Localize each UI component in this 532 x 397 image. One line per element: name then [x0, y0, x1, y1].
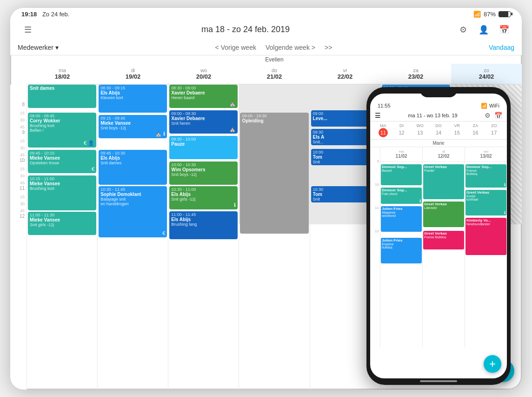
day-header-ma: ma 18/02	[27, 64, 98, 84]
phone-fab-button[interactable]: +	[484, 355, 501, 373]
week-col-di: DI 12	[392, 123, 411, 137]
week-strip: MA 11 DI 12 WO 13 DO 14 VR 15	[370, 121, 507, 140]
prev-week-button[interactable]: < Vorige week	[213, 43, 259, 52]
medewerker-dropdown[interactable]: Medewerker ▾	[18, 44, 59, 51]
week-col-za: ZA 16	[466, 123, 485, 137]
event-ma2[interactable]: 09:00 - 09:45 Corry Wokker Brushing kort…	[28, 113, 96, 148]
phone-event-wo1[interactable]: Demoor Sop... Franse Bulldog ℹ	[466, 164, 506, 188]
battery-icon	[499, 11, 511, 17]
day-body-do: 09:00 - 19:30 Opleiding	[239, 85, 309, 224]
day-headers-row: Evelien ma 18/02 di 19/02 wo 20/02 do 21…	[27, 55, 522, 85]
day-header-wo: wo 20/02	[168, 64, 239, 84]
phone-menu-icon[interactable]: ☰	[375, 112, 381, 119]
day-col-do: 09:00 - 19:30 Opleiding	[239, 85, 310, 390]
time-slot-9: 9 15 30 45	[10, 133, 27, 161]
phone-event-ma1[interactable]: Demoor Sop... Basset	[381, 164, 422, 185]
event-wo5[interactable]: 10:30 - 11:00 Els Abijs Snit girls -12j …	[169, 186, 238, 209]
week-num-11[interactable]: 11	[379, 128, 388, 137]
phone-gear-icon[interactable]: ⚙	[485, 112, 491, 119]
settings-icon[interactable]: ⚙	[457, 23, 470, 36]
battery-percent: 87%	[484, 11, 496, 18]
status-bar: 19:18 Zo 24 feb. 📶 87%	[10, 8, 522, 20]
time-slot-8: 8 15 30 45	[10, 105, 27, 133]
event-di4[interactable]: 10:30 - 11:45 Sophie Demoklant Balayage …	[99, 186, 167, 237]
status-time: 19:18	[21, 11, 37, 18]
status-right: 📶 87%	[473, 11, 511, 18]
event-di2[interactable]: 09:15 - 09:45 Mieke Vansee Snit boys -12…	[99, 115, 167, 138]
phone-home-bar	[420, 380, 457, 382]
day-header-di: di 19/02	[98, 64, 168, 84]
time-slot-10: 10 15 30 45	[10, 161, 27, 189]
phone-day-hdr-wo: wo 13/02	[465, 147, 507, 162]
event-ma4[interactable]: 10:15 - 11:00 Mieke Vansee Brushing kort	[28, 175, 96, 210]
day-body-ma: Snit dames 09:00 - 09:45 Corry Wokker Br…	[27, 85, 97, 224]
week-col-vr: VR 15	[448, 123, 466, 137]
phone-slot-11: 11	[370, 209, 380, 232]
skip-forward-button[interactable]: >>	[322, 43, 335, 52]
phone-slot-10: 10	[370, 185, 380, 209]
phone-days: ma 11/02 Demoor Sop... Basset Demoor Sop…	[380, 147, 507, 347]
week-num-15[interactable]: 15	[452, 128, 462, 137]
phone-day-wo: wo 13/02 Demoor Sop... Franse Bulldog ℹ	[465, 147, 507, 347]
phone-body-ma: Demoor Sop... Basset Demoor Sop... Foto …	[380, 162, 422, 347]
next-week-button[interactable]: Volgende week >	[263, 43, 318, 52]
phone-day-ma: ma 11/02 Demoor Sop... Basset Demoor Sop…	[380, 147, 423, 347]
day-header-do: do 21/02	[239, 64, 310, 84]
day-body-wo: 08:30 - 09:00 Xavier Debaere Heren baard…	[168, 85, 239, 224]
phone-event-di2[interactable]: Greet Verkas Labrador	[423, 202, 464, 227]
wifi-icon: 📶	[473, 11, 481, 18]
phone-day-hdr-ma: ma 11/02	[380, 147, 422, 162]
event-wo3[interactable]: 09:30 - 10:00 Pauze	[169, 136, 238, 159]
event-do1[interactable]: 09:00 - 19:30 Opleiding	[240, 113, 308, 234]
menu-button[interactable]: ☰	[21, 23, 34, 36]
day-col-di: 08:30 - 09:15 Els Abijs Kleuren kort 09:…	[98, 85, 168, 390]
phone-notch	[420, 87, 457, 97]
calendar-icon[interactable]: 📅	[498, 23, 511, 36]
person-icon[interactable]: 👤	[477, 23, 490, 36]
phone-slot-9: 9	[370, 162, 380, 185]
event-di1[interactable]: 08:30 - 09:15 Els Abijs Kleuren kort	[99, 85, 167, 113]
event-ma3[interactable]: 09:45 - 10:15 Mieke Vansee Opsteken trou…	[28, 150, 96, 173]
day-headers: ma 18/02 di 19/02 wo 20/02 do 21/02 vr	[27, 64, 522, 84]
phone-event-ma4[interactable]: Jolien Fries Engelse bulldog	[381, 238, 422, 263]
week-col-do: DO 14	[429, 123, 448, 137]
header-icons: ⚙ 👤 📅	[457, 23, 511, 36]
event-wo6[interactable]: 11:00 - 11:45 Els Abijs Brushing lang	[169, 211, 238, 239]
phone-day-di: di 12/02 Greet Verkas Poedel Greet Verka…	[423, 147, 465, 347]
day-col-wo: 08:30 - 09:00 Xavier Debaere Heren baard…	[168, 85, 239, 390]
week-num-14[interactable]: 14	[434, 128, 443, 137]
header-title: ma 18 - zo 24 feb. 2019	[34, 25, 457, 34]
phone-time-col: 9 10 11 12	[370, 147, 380, 347]
phone-body-di: Greet Verkas Poedel Greet Verkas Labrado…	[423, 162, 465, 347]
phone-cal-icon[interactable]: 📅	[494, 112, 502, 119]
ipad-frame: 19:18 Zo 24 feb. 📶 87% ☰ ma 18 - zo 24 f…	[10, 8, 522, 390]
event-wo1[interactable]: 08:30 - 09:00 Xavier Debaere Heren baard…	[169, 85, 238, 108]
phone-event-di1[interactable]: Greet Verkas Poedel	[423, 164, 464, 199]
event-wo2[interactable]: 09:00 - 09:30 Xavier Debaere Snit heren …	[169, 110, 238, 134]
week-nav: < Vorige week Volgende week > >>	[213, 43, 335, 52]
nav-bar: Medewerker ▾ < Vorige week Volgende week…	[10, 40, 522, 55]
event-ma1[interactable]: Snit dames	[28, 85, 96, 108]
evelien-label: Evelien	[27, 55, 522, 64]
phone-overlay: 11:55 📶 WiFi ☰ ma 11 - wo 13 feb. 19 ⚙ 📅…	[366, 87, 511, 385]
week-col-ma: MA 11	[374, 123, 392, 137]
phone-header: ☰ ma 11 - wo 13 feb. 19 ⚙ 📅	[370, 110, 507, 121]
phone-event-ma3[interactable]: Jolien Fries Afgaanse windhond	[381, 206, 422, 232]
week-num-12[interactable]: 12	[397, 128, 406, 137]
phone-event-ma2[interactable]: Demoor Sop... Foto shoot ℹ	[381, 188, 422, 204]
week-num-17[interactable]: 17	[489, 128, 499, 137]
week-num-13[interactable]: 13	[415, 128, 425, 137]
status-date: Zo 24 feb.	[42, 11, 70, 18]
event-wo4[interactable]: 10:00 - 10:30 Wim Opsomers Snit boys -12…	[169, 161, 238, 185]
phone-header-title: ma 11 - wo 13 feb. 19	[408, 113, 457, 118]
today-button[interactable]: Vandaag	[489, 44, 514, 51]
phone-event-di3[interactable]: Greet Verkas Franse Bulldog	[423, 231, 464, 249]
week-num-16[interactable]: 16	[471, 128, 480, 137]
phone-event-wo2[interactable]: Greet Verkas Konijn korthaar ℹ	[466, 190, 506, 215]
day-body-di: 08:30 - 09:15 Els Abijs Kleuren kort 09:…	[98, 85, 168, 224]
time-column: 8 15 30 45 9 15 30 45 10 15 30 45	[10, 85, 27, 390]
phone-event-wo3[interactable]: Kimberly Vo... Newfoundlander	[466, 218, 506, 255]
app-header: ☰ ma 18 - zo 24 feb. 2019 ⚙ 👤 📅	[10, 20, 522, 40]
event-di3[interactable]: 09:45 - 10:30 Els Abijs Snit dames	[99, 150, 167, 185]
event-ma5[interactable]: 11:00 - 11:30 Mieke Vansee Snit girls -1…	[28, 212, 96, 235]
